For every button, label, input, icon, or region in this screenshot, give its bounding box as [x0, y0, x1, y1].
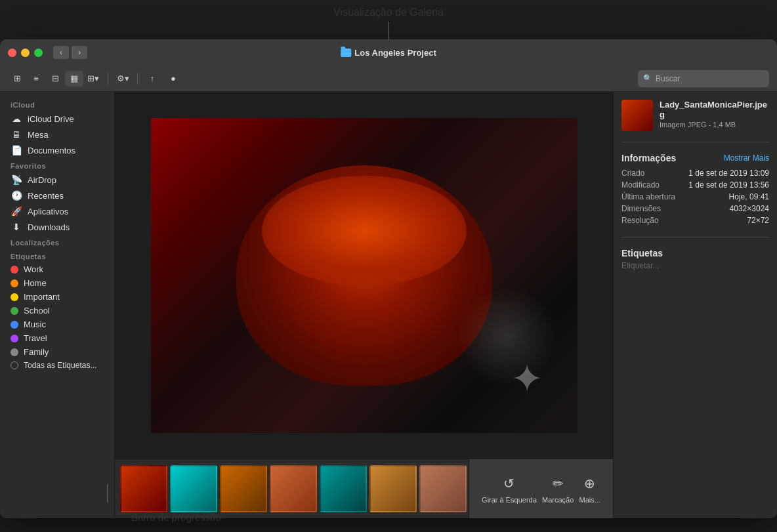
annotation-bottom: Barra de progressão: [131, 512, 221, 523]
important-tag-dot: [10, 293, 18, 301]
sidebar-item-music-label: Music: [24, 319, 46, 329]
home-tag-dot: [10, 279, 18, 287]
image-star-decor: ✦: [511, 356, 543, 401]
sidebar-item-recentes-label: Recentes: [28, 191, 64, 201]
filmstrip-thumb-3[interactable]: [220, 465, 267, 512]
sidebar-item-all-tags[interactable]: Todas as Etiquetas...: [3, 359, 112, 372]
recentes-icon: 🕐: [10, 190, 22, 201]
info-row-ultima: Última abertura Hoje, 09:41: [621, 191, 769, 203]
tags-section-label: Etiquetas: [0, 249, 114, 262]
search-icon: 🔍: [643, 74, 652, 83]
close-button[interactable]: [8, 49, 16, 57]
gallery-view-button[interactable]: ▦: [65, 71, 83, 87]
more-button[interactable]: ⊕ Mais...: [579, 474, 600, 504]
settings-button[interactable]: ⚙▾: [114, 71, 132, 87]
modificado-label: Modificado: [621, 180, 660, 190]
info-row-dimensoes: Dimensões 4032×3024: [621, 203, 769, 215]
sidebar-item-work-label: Work: [24, 264, 43, 274]
criado-label: Criado: [621, 169, 644, 178]
file-name: Lady_SantaMonicaPier.jpeg: [660, 100, 769, 119]
filmstrip-thumb-7[interactable]: [419, 465, 467, 512]
resolucao-label: Resolução: [621, 216, 659, 225]
maximize-button[interactable]: [34, 49, 43, 57]
markup-button[interactable]: ✏ Marcação: [542, 474, 574, 504]
main-image: ✦: [151, 118, 578, 433]
column-view-button[interactable]: ⊟: [46, 71, 64, 87]
back-button[interactable]: ‹: [53, 46, 69, 59]
work-tag-dot: [10, 266, 18, 274]
locations-section-label: Localizações: [0, 235, 114, 249]
modificado-value: 1 de set de 2019 13:56: [688, 180, 769, 190]
aplicativos-icon: 🚀: [10, 205, 22, 217]
file-thumbnail: [621, 100, 653, 131]
travel-tag-dot: [10, 335, 18, 342]
info-section-title: Informações: [621, 153, 676, 163]
resolucao-value: 72×72: [747, 216, 769, 225]
sidebar-item-recentes[interactable]: 🕐 Recentes: [3, 188, 112, 203]
sidebar-item-family[interactable]: Family: [3, 345, 112, 359]
tag-button[interactable]: ●: [164, 71, 182, 87]
sidebar-item-school[interactable]: School: [3, 304, 112, 317]
sidebar-item-aplicativos[interactable]: 🚀 Aplicativos: [3, 203, 112, 219]
center-view: ✦: [115, 92, 613, 518]
minimize-button[interactable]: [21, 49, 30, 57]
sidebar-item-important-label: Important: [24, 292, 60, 302]
folder-icon: [341, 49, 351, 57]
sidebar-item-school-label: School: [24, 306, 50, 316]
list-view-button[interactable]: ≡: [27, 71, 45, 87]
gallery-area: ✦: [115, 92, 613, 459]
sidebar-item-airdrop-label: AirDrop: [28, 175, 56, 185]
divider-1: [621, 142, 769, 142]
share-button[interactable]: ↑: [143, 71, 161, 87]
annotation-line-top: [388, 22, 389, 40]
toolbar: ⊞ ≡ ⊟ ▦ ⊞▾ ⚙▾ ↑ ● 🔍 Buscar: [0, 66, 777, 92]
sidebar-item-travel[interactable]: Travel: [3, 331, 112, 345]
etiquetas-placeholder[interactable]: Etiquetar...: [621, 261, 769, 270]
school-tag-dot: [10, 307, 18, 315]
filmstrip-thumb-5[interactable]: [320, 465, 367, 512]
file-type: Imagem JPEG - 1,4 MB: [660, 121, 769, 129]
sidebar: iCloud ☁ iCloud Drive 🖥 Mesa 📄 Documento…: [0, 92, 115, 518]
sidebar-item-work[interactable]: Work: [3, 262, 112, 276]
sidebar-item-family-label: Family: [24, 347, 49, 357]
etiquetas-section: Etiquetas Etiquetar...: [621, 248, 769, 270]
sidebar-item-mesa[interactable]: 🖥 Mesa: [3, 127, 112, 142]
image-face: [236, 165, 492, 386]
filmstrip-thumb-6[interactable]: [369, 465, 417, 512]
filmstrip-thumb-4[interactable]: [270, 465, 317, 512]
window-title-area: Los Angeles Project: [341, 48, 436, 58]
navigation-buttons: ‹ ›: [53, 46, 87, 59]
icon-view-button[interactable]: ⊞: [8, 71, 26, 87]
forward-button[interactable]: ›: [72, 46, 87, 59]
filmstrip-thumb-1[interactable]: [120, 465, 167, 512]
markup-label: Marcação: [542, 496, 574, 504]
sidebar-item-icloud-drive[interactable]: ☁ iCloud Drive: [3, 111, 112, 127]
info-row-criado: Criado 1 de set de 2019 13:09: [621, 167, 769, 179]
sidebar-item-music[interactable]: Music: [3, 317, 112, 331]
sidebar-item-home[interactable]: Home: [3, 276, 112, 290]
rotate-button[interactable]: ↺ Girar à Esquerda: [482, 474, 537, 504]
mesa-icon: 🖥: [10, 129, 22, 140]
rotate-label: Girar à Esquerda: [482, 496, 537, 504]
show-more-button[interactable]: Mostrar Mais: [724, 153, 769, 163]
all-tags-dot: [10, 361, 18, 369]
grid-view-button[interactable]: ⊞▾: [84, 71, 102, 87]
filmstrip-actions-bar: ↺ Girar à Esquerda ✏ Marcação ⊕ Mais...: [115, 459, 613, 518]
family-tag-dot: [10, 348, 18, 356]
criado-value: 1 de set de 2019 13:09: [688, 169, 769, 178]
file-info: Lady_SantaMonicaPier.jpeg Imagem JPEG - …: [660, 100, 769, 129]
sidebar-item-important[interactable]: Important: [3, 290, 112, 304]
sidebar-item-downloads[interactable]: ⬇ Downloads: [3, 219, 112, 235]
view-buttons: ⊞ ≡ ⊟ ▦ ⊞▾: [8, 71, 102, 87]
sidebar-item-documentos[interactable]: 📄 Documentos: [3, 142, 112, 158]
ultima-value: Hoje, 09:41: [729, 192, 769, 201]
filmstrip: [115, 459, 469, 518]
sidebar-item-airdrop[interactable]: 📡 AirDrop: [3, 172, 112, 188]
sidebar-item-icloud-drive-label: iCloud Drive: [28, 114, 74, 124]
sidebar-item-aplicativos-label: Aplicativos: [28, 207, 68, 216]
more-icon: ⊕: [580, 474, 600, 493]
filmstrip-thumb-2[interactable]: [170, 465, 217, 512]
icloud-drive-icon: ☁: [10, 113, 22, 125]
sidebar-item-downloads-label: Downloads: [28, 222, 70, 232]
search-bar[interactable]: 🔍 Buscar: [638, 70, 769, 87]
